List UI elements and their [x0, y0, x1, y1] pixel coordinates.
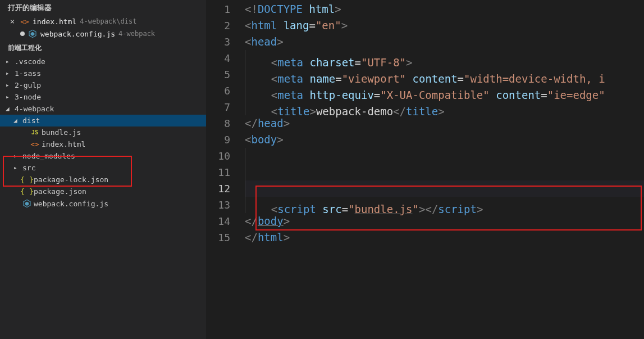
- html-icon: <>: [30, 140, 39, 148]
- chevron-right-icon: ▸: [6, 58, 12, 65]
- tree-folder[interactable]: ▸1-sass: [0, 67, 206, 79]
- line-number: 2: [207, 17, 245, 34]
- tree-folder[interactable]: ◢4-webpack: [0, 103, 206, 115]
- line-number: 9: [207, 132, 245, 148]
- code-line[interactable]: <!DOCTYPE html>: [245, 1, 644, 17]
- line-number: 5: [207, 66, 245, 83]
- chevron-right-icon: ▸: [6, 70, 12, 77]
- tree-folder[interactable]: ▸src: [0, 162, 206, 174]
- sidebar: 打开的编辑器 ×<>index.html 4-webpack\distwebpa…: [0, 0, 207, 339]
- js-icon: JS: [30, 129, 39, 135]
- open-editor-name: index.html: [33, 17, 76, 26]
- line-number: 13: [207, 197, 245, 213]
- open-editor-name: webpack.config.js: [40, 30, 115, 38]
- tree-file[interactable]: <>index.html: [0, 138, 206, 150]
- chevron-right-icon: ▸: [13, 152, 20, 160]
- tree-item-label: bundle.js: [42, 128, 81, 137]
- line-number: 11: [207, 164, 245, 180]
- json-icon: { }: [22, 187, 31, 196]
- chevron-down-icon: ◢: [6, 105, 12, 112]
- tree-item-label: webpack.config.js: [34, 200, 108, 208]
- tree-folder[interactable]: ▸.vscode: [0, 56, 206, 67]
- code-line[interactable]: <meta http-equiv="X-UA-Compatible" conte…: [245, 83, 644, 99]
- chevron-right-icon: ▸: [6, 93, 12, 101]
- tree-item-label: package.json: [34, 187, 86, 196]
- file-explorer-tree: ▸.vscode▸1-sass▸2-gulp▸3-node◢4-webpack◢…: [0, 56, 206, 339]
- open-editor-item[interactable]: ×<>index.html 4-webpack\dist: [0, 15, 206, 28]
- tree-file[interactable]: { }package.json: [0, 186, 206, 197]
- tree-file[interactable]: webpack.config.js: [0, 197, 206, 210]
- code-area[interactable]: <!DOCTYPE html><html lang="en"><head> <m…: [245, 0, 644, 339]
- line-number: 4: [207, 50, 245, 66]
- tree-file[interactable]: JSbundle.js: [0, 126, 206, 138]
- tree-item-label: index.html: [42, 140, 85, 148]
- open-editor-path: 4-webpack\dist: [80, 17, 136, 25]
- svg-marker-3: [25, 202, 29, 206]
- open-editors-list: ×<>index.html 4-webpack\distwebpack.conf…: [0, 15, 206, 40]
- code-line[interactable]: <html lang="en">: [245, 17, 644, 34]
- code-line[interactable]: <meta name="viewport" content="width=dev…: [245, 66, 644, 83]
- code-line[interactable]: <title>webpack-demo</title>: [245, 99, 644, 115]
- line-number: 7: [207, 99, 245, 115]
- tree-item-label: src: [22, 164, 35, 172]
- tree-folder[interactable]: ▸node_modules: [0, 150, 206, 162]
- webpack-icon: [22, 199, 31, 208]
- line-number: 6: [207, 83, 245, 99]
- tree-item-label: package-lock.json: [34, 175, 108, 184]
- line-number: 15: [207, 229, 245, 246]
- tree-item-label: 4-webpack: [15, 105, 54, 113]
- code-line[interactable]: </body>: [245, 213, 644, 229]
- open-editor-path: 4-webpack: [118, 30, 155, 38]
- line-number: 8: [207, 115, 245, 132]
- code-line[interactable]: </html>: [245, 229, 644, 246]
- code-line[interactable]: <script src="bundle.js"></script>: [245, 197, 644, 213]
- line-number: 10: [207, 148, 245, 164]
- tree-item-label: dist: [22, 116, 40, 125]
- code-line[interactable]: <body>: [245, 132, 644, 148]
- webpack-icon: [28, 29, 37, 38]
- tree-item-label: .vscode: [15, 57, 45, 66]
- json-icon: { }: [22, 175, 31, 184]
- tree-folder[interactable]: ◢dist: [0, 115, 206, 126]
- open-editors-header[interactable]: 打开的编辑器: [0, 0, 206, 15]
- code-line[interactable]: [245, 180, 644, 197]
- chevron-right-icon: ▸: [6, 82, 12, 89]
- code-line[interactable]: </head>: [245, 115, 644, 132]
- tree-item-label: 3-node: [15, 93, 41, 101]
- code-line[interactable]: <head>: [245, 34, 644, 50]
- line-number: 1: [207, 1, 245, 17]
- tree-file[interactable]: { }package-lock.json: [0, 174, 206, 186]
- workspace-title[interactable]: 前端工程化: [0, 40, 206, 56]
- svg-marker-1: [31, 32, 35, 36]
- tree-item-label: node_modules: [22, 152, 75, 160]
- code-line[interactable]: [245, 148, 644, 164]
- html-icon: <>: [20, 17, 29, 26]
- code-editor[interactable]: 123456789101112131415 <!DOCTYPE html><ht…: [207, 0, 644, 339]
- open-editor-item[interactable]: webpack.config.js 4-webpack: [0, 28, 206, 40]
- tree-item-label: 1-sass: [15, 69, 41, 78]
- close-icon[interactable]: ×: [8, 17, 17, 26]
- line-number: 12: [207, 180, 245, 197]
- tree-folder[interactable]: ▸3-node: [0, 91, 206, 103]
- modified-dot-icon: [20, 31, 25, 36]
- tree-folder[interactable]: ▸2-gulp: [0, 79, 206, 91]
- code-line[interactable]: <meta charset="UTF-8">: [245, 50, 644, 66]
- code-line[interactable]: [245, 164, 644, 180]
- tree-item-label: 2-gulp: [15, 81, 41, 89]
- chevron-right-icon: ▸: [13, 164, 20, 171]
- line-number: 3: [207, 34, 245, 50]
- chevron-down-icon: ◢: [13, 117, 20, 124]
- line-number: 14: [207, 213, 245, 229]
- line-number-gutter: 123456789101112131415: [207, 0, 245, 339]
